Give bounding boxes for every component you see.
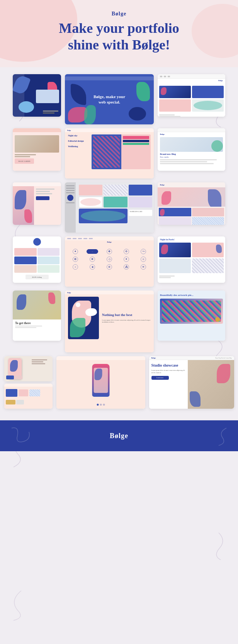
row-4: $24.00 clothing Bølge ✦ ··· ✤ ✣: [7, 236, 231, 287]
main-headline: Make your portfolio shine with Bølge!: [8, 20, 230, 53]
mockup-center-4: Bølge ✦ ··· ✤ ✣ 〜 ✿ ❋ ◇ ✦ ☺ ⟐ ◈ ⊛ ⁂ ≋: [65, 236, 154, 287]
header-section: Bølge Make your portfolio shine with Bøl…: [0, 0, 238, 67]
mockup-right-4: Night in Paris!: [158, 236, 225, 283]
mockup-right-5: Beautifully des artwork pie...: [158, 291, 225, 341]
mockup-left-2: MAGIC GARDEN: [13, 128, 61, 171]
mockup-right-1: Bølge: [158, 74, 225, 117]
mockup-left-6b: [4, 384, 53, 409]
mockup-hero: Bølge, make your web special.: [65, 74, 154, 124]
hero-text: Bølge, make your web special.: [94, 94, 125, 105]
mockup-left-5: To get there: [13, 291, 61, 341]
content-area: Bølge, make your web special. Bølge: [0, 67, 238, 420]
mockup-left-6a: [4, 356, 53, 381]
mockup-center-2: Bølge Night sky Editorial design Wellbei…: [65, 128, 154, 178]
mockup-right-6: Bølge Home Shop Portfolio Contact Blog S…: [149, 356, 234, 409]
mockup-center-5: Bølge Nothing but the best Lorem ipsum d…: [65, 291, 154, 352]
mockup-left-4: $24.00 clothing: [13, 236, 61, 283]
mockup-right-3: Bølge: [158, 182, 225, 225]
mockup-left-6-container: [4, 356, 53, 409]
footer-brand: Bølge: [110, 432, 128, 440]
row-1: Bølge, make your web special. Bølge: [7, 74, 231, 124]
mockup-center-3: NAMELESS LAKE: [65, 182, 154, 233]
footer: Bølge: [0, 420, 238, 451]
mockup-right-2: Bølge Brand new Blog New studio: [158, 128, 225, 171]
row-2: MAGIC GARDEN Bølge Night sky Editorial d…: [7, 128, 231, 178]
row-3: NAMELESS LAKE Bølge: [7, 182, 231, 233]
header-brand: Bølge: [8, 11, 230, 17]
row-6: Bølge Home Shop Portfolio Contact Blog S…: [7, 356, 231, 409]
mockup-left-3: [13, 182, 61, 225]
mockup-left-1: [13, 74, 61, 117]
row-5: To get there Bølge: [7, 291, 231, 352]
mockup-center-6: [56, 356, 145, 409]
